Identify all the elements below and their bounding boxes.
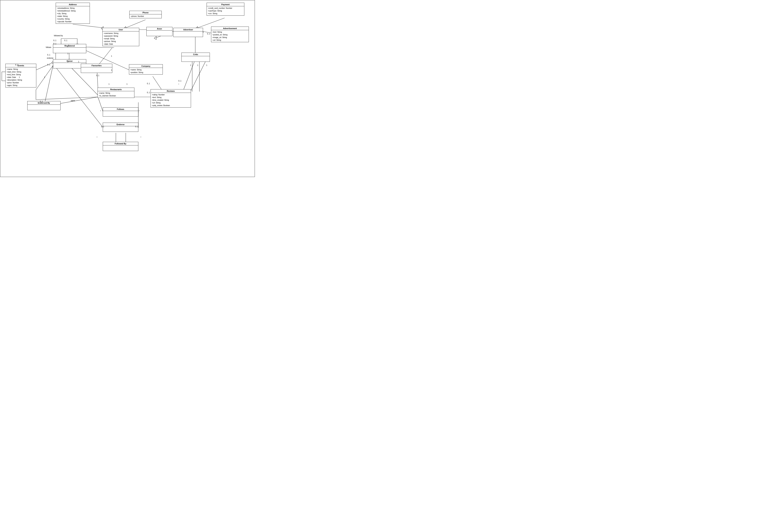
registered-box: Registered xyxy=(53,44,86,53)
registered-body xyxy=(53,48,86,53)
mult-11: 0..1 xyxy=(178,80,181,82)
mult-r12: 0..1 xyxy=(207,33,210,35)
favourites-title: Favourites xyxy=(81,64,112,67)
events-field-5: +description: String xyxy=(7,79,35,81)
mult-r8: 1 xyxy=(126,83,127,85)
mult-6: 0..1 xyxy=(15,64,18,66)
address-field-6: +zipcode: Number xyxy=(57,20,89,23)
mult-star3: * xyxy=(97,136,97,138)
mult-3: 0..1 xyxy=(53,43,56,45)
advertiser-box: Advertiser xyxy=(173,28,203,37)
svg-line-36 xyxy=(153,76,162,90)
mult-r2: 1 xyxy=(67,53,68,55)
address-body: +streetaddress: String +streetaddress2: … xyxy=(56,6,90,24)
user-field-3: +email: String xyxy=(104,37,138,40)
mult-10: 0..1 xyxy=(147,92,150,94)
anon-title: Anon xyxy=(147,27,172,31)
mult-2: 0..1 xyxy=(64,40,67,41)
reviews-box: Reviews +rating: Number +text: String +t… xyxy=(150,89,191,108)
mult-r9: 1 xyxy=(19,76,20,78)
advertiser-title: Advertiser xyxy=(173,28,203,31)
svg-line-2 xyxy=(126,20,145,28)
user-field-5: +date: Date xyxy=(104,43,138,45)
follows-box: Follows xyxy=(103,107,138,117)
mult-r1: 1 xyxy=(68,45,69,47)
anon-box: Anon xyxy=(146,27,172,36)
mult-r11: 1 xyxy=(203,31,204,33)
phone-title: Phone xyxy=(129,11,161,14)
uml-diagram: Address +streetaddress: String +streetad… xyxy=(0,0,255,177)
svg-marker-10 xyxy=(154,36,156,40)
user-body: +username: String +password: String +ema… xyxy=(103,31,139,46)
mult-critic1: 1 xyxy=(190,64,191,66)
owner-title: Owner xyxy=(53,59,86,63)
phone-body: +phone: Number xyxy=(129,14,161,18)
svg-line-4 xyxy=(198,18,224,28)
company-field-1: +name: String xyxy=(130,68,161,71)
payment-title: Payment xyxy=(207,3,244,6)
company-title: Company xyxy=(129,64,163,68)
follows-body xyxy=(103,111,138,116)
address-field-4: +state: String xyxy=(57,15,89,18)
events-field-2: +start_time: String xyxy=(7,71,35,73)
advertisement-field-1: +text: String xyxy=(212,31,247,33)
followedby-title: Followed By xyxy=(103,142,138,145)
payment-body: +credit_card_number: Number +cardType: S… xyxy=(207,6,244,15)
svg-line-41 xyxy=(190,59,207,92)
user-field-2: +password: String xyxy=(104,35,138,37)
events-body: +name: String +start_time: String +end_t… xyxy=(6,67,36,87)
company-box: Company +name: String +position: String xyxy=(129,64,163,75)
advertisement-title: Advertisement xyxy=(211,27,249,30)
events-field-6: +price: Number xyxy=(7,81,35,84)
mult-star4: * xyxy=(140,136,141,138)
restaurants-title: Restaurants xyxy=(98,88,134,91)
mult-critic2: 1 xyxy=(197,64,198,66)
advertisement-body: +text: String +posted_on: String +image_… xyxy=(211,30,249,42)
svg-line-30 xyxy=(36,97,98,100)
mult-star1: * xyxy=(100,110,101,112)
label-owns: owns xyxy=(71,100,75,102)
reviews-field-2: +text: String xyxy=(152,96,190,99)
endorse-box: Endorse xyxy=(103,123,138,132)
address-field-2: +streetaddress2: String xyxy=(57,10,89,12)
advertisement-field-2: +posted_on: String xyxy=(212,33,247,36)
mult-8: 0..1 xyxy=(96,75,99,76)
events-field-1: +name: String xyxy=(7,68,35,71)
company-field-2: +position: String xyxy=(130,71,161,74)
events-field-7: +ages: String xyxy=(7,84,35,87)
advertisement-field-3: +image_url: String xyxy=(212,36,247,39)
favourites-box: Favourites xyxy=(81,64,112,73)
svg-line-0 xyxy=(73,24,103,28)
address-field-3: +city: String xyxy=(57,12,89,15)
phone-box: Phone +phone: Number xyxy=(129,11,162,18)
mult-star2: * xyxy=(139,110,140,112)
endorse-title: Endorse xyxy=(103,123,138,126)
reviews-field-1: +rating: Number xyxy=(152,93,190,96)
mult-7: 0..1 xyxy=(40,101,43,103)
mult-5: 0..1 xyxy=(47,64,50,66)
followedby-box: Followed By xyxy=(103,142,138,151)
followedby-body xyxy=(103,145,138,151)
reviews-body: +rating: Number +text: String +time_crea… xyxy=(151,93,191,107)
critic-body xyxy=(182,56,210,62)
restaurants-field-1: +name: String xyxy=(99,92,133,94)
mult-r3: 1 xyxy=(67,61,68,63)
restaurants-box: Restaurants +name: String +is_claimed: B… xyxy=(98,88,134,98)
reviews-title: Reviews xyxy=(151,89,191,93)
payment-field-2: +cardType: String xyxy=(208,10,243,12)
registered-title: Registered xyxy=(53,44,86,48)
endorsedby-title: Endorsed By xyxy=(27,101,60,105)
advertisement-box: Advertisement +text: String +posted_on: … xyxy=(211,27,249,42)
mult-9: 0..1 xyxy=(147,83,150,85)
svg-line-46 xyxy=(53,64,103,128)
mult-r7: 1 xyxy=(108,83,110,85)
events-field-3: +end_time: String xyxy=(7,73,35,76)
user-title: User xyxy=(103,28,139,31)
critic-box: Critic xyxy=(181,53,210,62)
reviews-field-3: +time_created: String xyxy=(152,99,190,101)
user-field-4: +picture: String xyxy=(104,40,138,43)
svg-line-11 xyxy=(85,47,114,48)
events-field-4: +date: Date xyxy=(7,76,35,79)
payment-box: Payment +credit_card_number: Number +car… xyxy=(207,3,244,16)
mult-4: 0..1 xyxy=(47,54,50,56)
